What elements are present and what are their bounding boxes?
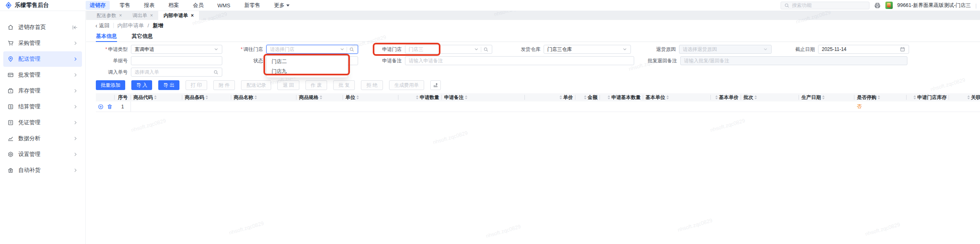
collapse-sidebar-icon[interactable] [72, 24, 78, 31]
sidebar-item-settlement[interactable]: $ 结算管理 [3, 99, 82, 114]
avatar[interactable] [885, 2, 893, 9]
attachment-button[interactable]: 附 件 [213, 80, 235, 90]
sort-icon [914, 95, 916, 99]
tab-internal-application[interactable]: 内部申请单× [158, 11, 199, 20]
chevron-down-icon [214, 47, 219, 52]
application-form: 申请类型 直调申请 调往门店 请选择门店 申请门店 门店三 [96, 44, 980, 77]
apply-remark-input[interactable]: 请输入申请备注 [405, 56, 634, 65]
header-seq: 序号 [115, 93, 131, 101]
to-store-select[interactable]: 请选择门店 [266, 45, 358, 54]
search-icon [349, 47, 354, 52]
close-icon[interactable]: × [191, 13, 194, 18]
header-base-unit[interactable]: 基本单位 [643, 93, 711, 101]
sidebar-item-analytics[interactable]: 数据分析 [3, 131, 82, 146]
chevron-right-icon [73, 152, 78, 157]
sort-icon [356, 95, 359, 99]
header-product-name[interactable]: 商品名称 [231, 93, 296, 101]
tab-transfer-out[interactable]: 调出单× [127, 11, 158, 20]
header-unit[interactable]: 单位 [343, 93, 398, 101]
search-input[interactable]: 搜索功能 [781, 2, 869, 9]
doc-no-input[interactable] [131, 56, 222, 65]
nav-item-more[interactable]: 更多 [270, 1, 294, 10]
header-unit-price[interactable]: 单价 [525, 93, 575, 101]
nav-item-retail[interactable]: 零售 [115, 1, 134, 10]
sidebar-item-delivery[interactable]: 配送管理 [3, 51, 82, 67]
store-option[interactable]: 门店九 [267, 67, 347, 76]
import-button[interactable]: 导 入 [131, 80, 152, 90]
sidebar-item-wholesale[interactable]: 批发管理 [3, 67, 82, 83]
batch-add-button[interactable]: 批量添加 [96, 80, 125, 90]
header-base-qty[interactable]: 申请基本数量 [600, 93, 643, 101]
header-amount[interactable]: 金额 [575, 93, 600, 101]
printer-icon[interactable] [874, 2, 881, 9]
subtab-other-info[interactable]: 其它信息 [132, 31, 153, 42]
nav-item-archive[interactable]: 档案 [164, 1, 183, 10]
header-spec[interactable]: 商品规格 [296, 93, 343, 101]
return-reason-label: 退货原因 [650, 46, 676, 53]
subtab-basic-info[interactable]: 基本信息 [96, 31, 117, 42]
delivery-record-button[interactable]: 配送记录 [241, 80, 271, 90]
sort-icon [878, 95, 880, 99]
nav-item-report[interactable]: 报表 [140, 1, 159, 10]
account-name[interactable]: 99661-新界面果蔬版测试-门店三 [897, 2, 971, 9]
header-stop-purchase[interactable]: 是否停购 [854, 93, 907, 101]
reject-button[interactable]: 拒 绝 [361, 80, 383, 90]
doc-no-label: 单据号 [96, 57, 128, 64]
generate-fee-button[interactable]: 生成费用单 [389, 80, 424, 90]
warehouse-label: 发货仓库 [515, 46, 540, 53]
reply-remark-label: 批复退回备注 [641, 57, 677, 64]
reply-remark-input[interactable]: 请输入批复/退回备注 [680, 56, 907, 65]
print-button[interactable]: 打 印 [186, 80, 207, 90]
sidebar-item-home[interactable]: 进销存首页 [3, 20, 82, 35]
chevron-right-icon [73, 73, 78, 77]
nav-item-wms[interactable]: WMS [213, 2, 234, 9]
header-batch[interactable]: 批次 [741, 93, 799, 101]
column-settings-button[interactable] [430, 80, 441, 90]
sidebar-item-replenish[interactable]: 自动补货 [3, 163, 82, 178]
header-apply-remark[interactable]: 申请备注 [442, 93, 525, 101]
warehouse-select[interactable]: 门店三仓库 [544, 45, 631, 54]
header-base-price[interactable]: 基本单价 [711, 93, 741, 101]
header-related-transfer[interactable]: 关联调拨单 [949, 93, 980, 101]
export-button[interactable]: 导 出 [158, 80, 179, 90]
delete-row-icon[interactable] [107, 104, 113, 110]
header-store-stock[interactable]: 申请门店库存 [907, 93, 949, 101]
search-icon [213, 70, 219, 75]
in-doc-input[interactable]: 选择调入单 [131, 68, 222, 77]
form-row-1: 申请类型 直调申请 调往门店 请选择门店 申请门店 门店三 [96, 44, 980, 54]
sidebar-item-stock[interactable]: 库存管理 [3, 83, 82, 99]
sidebar-item-settings[interactable]: 设置管理 [3, 147, 82, 162]
close-icon[interactable]: × [150, 13, 153, 18]
header-barcode[interactable]: 商品条码 [182, 93, 231, 101]
header-actions [96, 93, 115, 101]
apply-store-select[interactable]: 门店三 [405, 45, 492, 54]
dollar-icon: $ [7, 103, 14, 110]
header-product-code[interactable]: 商品代码 [131, 93, 182, 101]
form-row-3: 调入单号 选择调入单 [96, 67, 980, 77]
sidebar-item-purchase[interactable]: 采购管理 [3, 35, 82, 51]
back-button[interactable]: ‹返回 [95, 22, 110, 29]
tab-delivery-params[interactable]: 配送参数× [91, 11, 127, 20]
chevron-right-icon [73, 136, 78, 141]
nav-item-member[interactable]: 会员 [189, 1, 208, 10]
nav-item-inventory[interactable]: 进销存 [86, 1, 110, 10]
return-reason-select[interactable]: 请选择退货原因 [679, 45, 772, 54]
add-row-icon[interactable] [98, 104, 104, 110]
store-option[interactable]: 门店二 [267, 57, 347, 66]
approve-button[interactable]: 批 复 [333, 80, 355, 90]
deadline-date-input[interactable]: 2025-11-14 [818, 45, 909, 54]
sidebar-item-voucher[interactable]: 凭证管理 [3, 115, 82, 130]
nav-item-new-retail[interactable]: 新零售 [240, 1, 264, 10]
document-icon [7, 119, 14, 126]
return-button[interactable]: 退 回 [277, 80, 299, 90]
void-button[interactable]: 作 废 [305, 80, 327, 90]
search-icon [483, 47, 489, 52]
chevron-left-icon: ‹ [95, 22, 97, 29]
header-apply-qty[interactable]: 申请数量 [398, 93, 442, 101]
sort-icon [584, 95, 586, 99]
topbar-right: 搜索功能 99661-新界面果蔬版测试-门店三 | [781, 2, 980, 9]
close-icon[interactable]: × [119, 13, 122, 18]
apply-type-select[interactable]: 直调申请 [131, 45, 222, 54]
header-production-date[interactable]: 生产日期 [799, 93, 854, 101]
apply-remark-label: 申请备注 [376, 57, 402, 64]
